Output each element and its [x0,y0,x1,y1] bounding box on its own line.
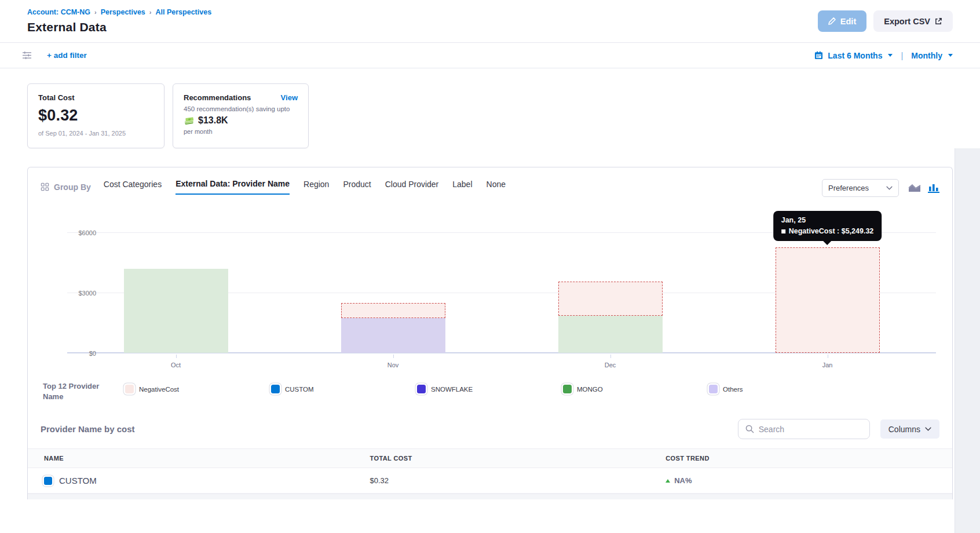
recommendations-title: Recommendations [184,93,251,102]
tab-product[interactable]: Product [343,180,371,194]
grid-icon [41,182,49,191]
breadcrumb-perspectives[interactable]: Perspectives [101,8,145,16]
legend-caption: Top 12 Provider Name [43,381,111,401]
legend-item-snowflake[interactable]: SNOWFLAKE [417,385,563,393]
chevron-down-icon [948,54,953,57]
granularity-select[interactable]: Monthly [911,51,942,60]
sliders-icon[interactable] [22,51,32,60]
chart-legend: Top 12 Provider Name NegativeCost CUSTOM… [28,375,952,401]
chevron-down-icon [886,186,893,190]
total-cost-value: $0.32 [38,107,153,125]
table-header-row: NAME TOTAL COST COST TREND [28,449,952,468]
perspective-panel: Group By Cost Categories External Data: … [27,167,953,499]
legend-item-mongo[interactable]: MONGO [563,385,709,393]
chevron-right-icon: › [94,9,97,16]
savings-period: per month [184,128,298,135]
legend-swatch [709,385,718,393]
provider-cost-table: NAME TOTAL COST COST TREND CUSTOM $0.32 [28,448,952,494]
tab-region[interactable]: Region [303,180,329,194]
column-header-cost-trend: COST TREND [665,449,952,468]
view-recommendations-link[interactable]: View [281,93,298,102]
table-title: Provider Name by cost [41,424,135,434]
divider: | [901,50,903,60]
trend-up-icon [665,479,670,483]
legend-item-custom[interactable]: CUSTOM [271,385,417,393]
table-toolbar: Provider Name by cost Columns [28,401,952,448]
chevron-down-icon [925,427,931,431]
legend-swatch [271,385,280,393]
breadcrumb-all-perspectives[interactable]: All Perspectives [156,8,212,16]
tab-label[interactable]: Label [452,180,472,194]
summary-cards: Total Cost $0.32 of Sep 01, 2024 - Jan 3… [27,83,953,148]
bar-chart-icon[interactable] [928,183,939,193]
tooltip-series-marker [781,229,785,233]
columns-button[interactable]: Columns [880,419,939,439]
total-cost-period: of Sep 01, 2024 - Jan 31, 2025 [38,130,153,137]
magnifier-icon [745,425,754,433]
x-tick-jan: Jan [719,357,936,368]
savings-value: $13.8K [198,115,228,126]
bar-dec[interactable] [502,214,719,353]
search-box [738,419,870,439]
tab-none[interactable]: None [487,180,506,194]
page-title: External Data [27,20,211,34]
group-by-tabs: Cost Categories External Data: Provider … [104,179,506,195]
scrollbar-track[interactable] [955,148,980,533]
legend-item-negativecost[interactable]: NegativeCost [125,385,271,393]
total-cost-title: Total Cost [38,93,153,102]
external-link-icon [935,17,942,25]
bar-nov[interactable] [284,214,502,353]
group-by-row: Group By Cost Categories External Data: … [28,167,952,197]
column-header-total-cost: TOTAL COST [370,449,666,468]
provider-name-cell: CUSTOM [59,476,97,485]
chevron-right-icon: › [149,9,152,16]
group-by-label: Group By [41,182,91,192]
table-row-partial [28,494,952,499]
pencil-icon [828,17,836,25]
header-actions: Edit Export CSV [818,10,953,32]
cost-trend-cell: NA% [674,476,692,485]
cost-chart: $6000 $3000 $0 Jan, 25 NegativeCost : $5… [34,214,941,375]
filter-bar: + add filter Last 6 Months | Monthly [0,43,980,68]
breadcrumb-account[interactable]: Account: CCM-NG [27,8,90,16]
chevron-down-icon [888,54,893,57]
calendar-icon [814,51,823,60]
legend-swatch [125,385,134,393]
x-tick-oct: Oct [67,357,284,368]
chart-plot: $6000 $3000 $0 Jan, 25 NegativeCost : $5… [67,214,936,353]
tab-cost-categories[interactable]: Cost Categories [104,180,162,194]
recommendations-subtitle: 450 recommendation(s) saving upto [184,105,298,112]
header-left: Account: CCM-NG › Perspectives › All Per… [27,8,211,34]
x-tick-nov: Nov [284,357,502,368]
chart-tooltip: Jan, 25 NegativeCost : $5,249.32 [773,211,882,241]
provider-color-swatch [44,477,52,485]
x-tick-dec: Dec [502,357,719,368]
legend-swatch [417,385,426,393]
search-input[interactable] [759,425,864,434]
content-area: Total Cost $0.32 of Sep 01, 2024 - Jan 3… [0,68,980,499]
money-icon [184,116,195,125]
tooltip-value: NegativeCost : $5,249.32 [789,227,874,235]
preferences-dropdown[interactable]: Preferences [822,179,899,197]
time-range-select[interactable]: Last 6 Months [828,51,882,60]
column-header-name: NAME [28,449,370,468]
recommendations-card: Recommendations View 450 recommendation(… [173,83,309,148]
tab-external-data-provider-name[interactable]: External Data: Provider Name [175,179,290,195]
tooltip-title: Jan, 25 [781,216,874,224]
total-cost-card: Total Cost $0.32 of Sep 01, 2024 - Jan 3… [27,83,164,148]
export-csv-button[interactable]: Export CSV [873,10,953,32]
legend-item-others[interactable]: Others [709,385,855,393]
edit-button[interactable]: Edit [818,10,866,32]
page-header: Account: CCM-NG › Perspectives › All Per… [0,0,980,43]
total-cost-cell: $0.32 [370,468,666,494]
x-axis-labels: Oct Nov Dec Jan [67,357,936,368]
add-filter-button[interactable]: + add filter [47,51,87,60]
bar-oct[interactable] [67,214,284,353]
breadcrumb: Account: CCM-NG › Perspectives › All Per… [27,8,211,16]
tab-cloud-provider[interactable]: Cloud Provider [385,180,439,194]
area-chart-icon[interactable] [908,183,921,193]
table-row[interactable]: CUSTOM $0.32 NA% [28,468,952,494]
legend-swatch [563,385,572,393]
